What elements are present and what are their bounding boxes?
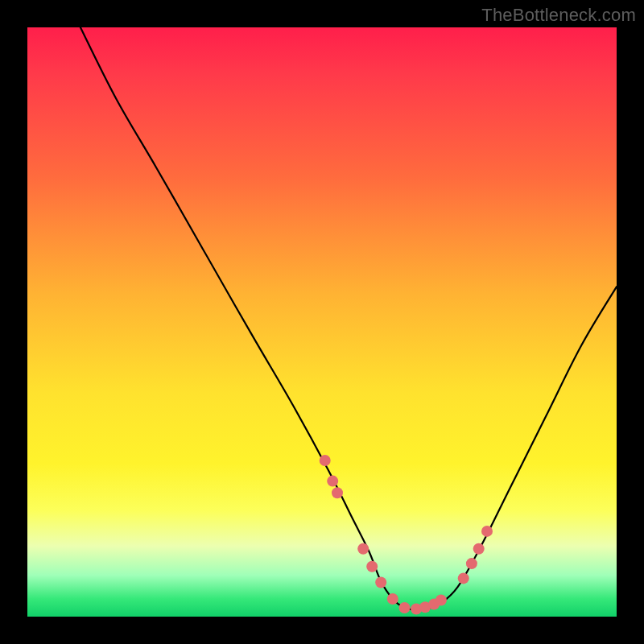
highlight-dot — [399, 602, 411, 613]
highlight-dot — [320, 455, 331, 466]
highlight-dot — [332, 487, 343, 498]
curve-svg — [27, 27, 617, 617]
highlight-dots-group — [320, 455, 493, 615]
plot-area — [27, 27, 617, 617]
highlight-dot — [327, 476, 338, 487]
watermark-text: TheBottleneck.com — [481, 5, 636, 26]
highlight-dot — [387, 593, 398, 605]
highlight-dot — [481, 526, 493, 537]
highlight-dot — [466, 558, 477, 569]
highlight-dot — [473, 543, 485, 555]
highlight-dot — [375, 577, 386, 588]
highlight-dot — [458, 572, 469, 584]
highlight-dot — [357, 543, 369, 555]
bottleneck-curve — [80, 27, 617, 609]
highlight-dot — [436, 595, 447, 606]
highlight-dot — [366, 561, 378, 572]
chart-frame: TheBottleneck.com — [0, 0, 644, 644]
